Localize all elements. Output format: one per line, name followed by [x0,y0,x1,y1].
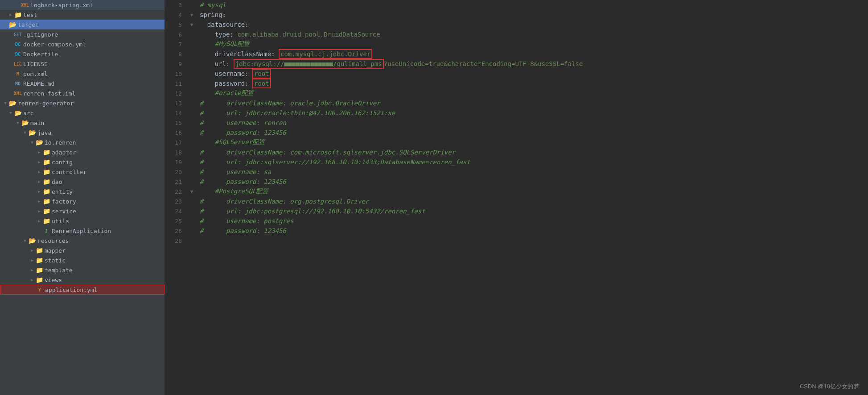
line-gutter [187,39,196,49]
line-gutter [187,0,196,10]
code-line: 11 password: root [165,79,868,88]
code-line: 4▼spring: [165,10,868,20]
sidebar-item-renren-fast[interactable]: XMLrenren-fast.iml [0,88,165,98]
line-content: # url: jdbc:sqlserver://192.168.10.10:14… [196,157,868,167]
tree-arrow: ▶ [36,189,43,194]
line-number: 15 [165,118,187,128]
sidebar-item-static[interactable]: ▶📁static [0,255,165,265]
line-gutter [187,49,196,59]
tree-item-label: static [45,257,66,264]
tree-arrow: ▶ [7,12,14,17]
sidebar-item-test[interactable]: ▶📁test [0,10,165,20]
md-icon: MD [14,80,21,87]
sidebar-item-gitignore[interactable]: GIT.gitignore [0,29,165,39]
sidebar-item-renren-generator[interactable]: ▼📂renren-generator [0,98,165,108]
sidebar-item-readme[interactable]: MDREADME.md [0,79,165,88]
line-content: # url: jdbc:oracle:thin:@47.100.206.162:… [196,108,868,118]
line-content: password: root [196,79,868,88]
tree-arrow: ▼ [14,121,21,125]
tree-item-label: test [23,12,37,18]
line-content: type: com.alibaba.druid.pool.DruidDataSo… [196,29,868,39]
line-number: 9 [165,59,187,69]
line-content: #SQLServer配置 [196,137,868,147]
folder-icon: 📁 [36,276,43,283]
sidebar-item-dockerfile[interactable]: DCDockerfile [0,49,165,59]
tree-item-label: mapper [45,247,66,254]
sidebar-item-dao[interactable]: ▶📁dao [0,177,165,187]
folder-icon: 📁 [14,11,21,18]
line-gutter [187,137,196,147]
yaml-icon: Y [36,286,43,293]
tree-item-label: README.md [23,80,54,87]
sidebar-item-service[interactable]: ▶📁service [0,206,165,216]
sidebar-item-application.yml[interactable]: Yapplication.yml [0,285,165,295]
sidebar-item-utils[interactable]: ▶📁utils [0,216,165,226]
line-content: # password: 123456 [196,128,868,137]
line-content: spring: [196,10,868,20]
sidebar-item-entity[interactable]: ▶📁entity [0,187,165,196]
line-number: 16 [165,128,187,137]
line-number: 13 [165,98,187,108]
tree-item-label: main [30,120,44,126]
sidebar-item-config[interactable]: ▶📁config [0,157,165,167]
sidebar-item-main[interactable]: ▼📂main [0,118,165,128]
tree-item-label: docker-compose.yml [23,41,86,48]
sidebar-item-RenrenApplication[interactable]: JRenrenApplication [0,226,165,236]
tree-arrow: ▶ [36,160,43,164]
code-line: 22▼ #PostgreSQL配置 [165,187,868,196]
sidebar-item-views[interactable]: ▶📁views [0,275,165,285]
folder-icon: 📁 [43,217,50,225]
docker-icon: DC [14,50,21,58]
sidebar-item-license[interactable]: LICLICENSE [0,59,165,69]
sidebar-item-pom[interactable]: Mpom.xml [0,69,165,79]
code-line: 3# mysql [165,0,868,10]
code-line: 17 #SQLServer配置 [165,137,868,147]
tree-item-label: src [23,110,33,116]
sidebar-item-docker-compose[interactable]: DCdocker-compose.yml [0,39,165,49]
sidebar-item-controller[interactable]: ▶📁controller [0,167,165,177]
tree-item-label: LICENSE [23,61,48,67]
sidebar-item-java[interactable]: ▼📂java [0,128,165,137]
sidebar-item-src[interactable]: ▼📂src [0,108,165,118]
line-number: 25 [165,216,187,226]
code-line: 24# url: jdbc:postgresql://192.168.10.10… [165,206,868,216]
line-number: 3 [165,0,187,10]
line-number: 5 [165,20,187,29]
folder-icon: 📁 [36,266,43,274]
line-gutter [187,118,196,128]
line-number: 21 [165,177,187,187]
line-content: #MySQL配置 [196,39,868,49]
line-number: 7 [165,39,187,49]
line-gutter [187,167,196,177]
tree-item-label: adaptor [52,149,76,156]
line-content: # username: renren [196,118,868,128]
pom-icon: M [14,70,21,77]
code-line: 9 url: jdbc:mysql://■■■■■■■■■■■■■/gulima… [165,59,868,69]
xml-icon: XML [21,1,29,8]
tree-item-label: java [37,129,51,136]
line-content: url: jdbc:mysql://■■■■■■■■■■■■■/gulimall… [196,59,868,69]
sidebar-item-adaptor[interactable]: ▶📁adaptor [0,147,165,157]
code-line: 5▼ datasource: [165,20,868,29]
code-line: 26# password: 123456 [165,226,868,236]
sidebar-item-factory[interactable]: ▶📁factory [0,196,165,206]
tree-arrow: ▶ [29,248,36,253]
folder-open-icon: 📂 [29,129,36,136]
sidebar-item-logback[interactable]: XMLlogback-spring.xml [0,0,165,10]
sidebar-item-target[interactable]: ▼📂target [0,20,165,29]
tree-item-label: service [52,208,76,215]
tree-item-label: target [18,21,39,28]
line-gutter [187,108,196,118]
line-gutter [187,128,196,137]
tree-item-label: factory [52,198,76,205]
sidebar-item-io.renren[interactable]: ▼📂io.renren [0,137,165,147]
sidebar-item-template[interactable]: ▶📁template [0,265,165,275]
tree-arrow: ▶ [36,170,43,174]
sidebar-item-resources[interactable]: ▼📂resources [0,236,165,245]
tree-arrow: ▼ [7,111,14,115]
sidebar-item-mapper[interactable]: ▶📁mapper [0,245,165,255]
line-number: 4 [165,10,187,20]
code-line: 19# url: jdbc:sqlserver://192.168.10.10:… [165,157,868,167]
editor-lines: 3# mysql4▼spring:5▼ datasource:6 type: c… [165,0,868,245]
line-gutter [187,236,196,245]
